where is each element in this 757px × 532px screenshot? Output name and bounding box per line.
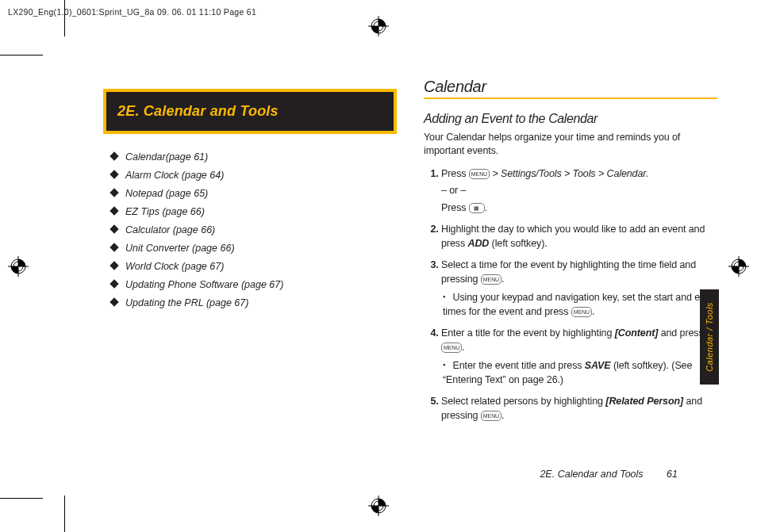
right-column: Calendar Adding an Event to the Calendar… (424, 78, 717, 484)
step-text: (left softkey). (489, 238, 547, 249)
step-text: . (592, 306, 594, 317)
step-text: . (501, 410, 504, 421)
crop-mark (64, 496, 65, 532)
intro-paragraph: Your Calendar helps organize your time a… (424, 131, 717, 158)
toc-item: Alarm Clock (page 64) (111, 170, 397, 181)
footer-section-title: 2E. Calendar and Tools (540, 469, 643, 480)
diamond-bullet-icon (110, 151, 118, 160)
sub-bullets: Using your keypad and navigation key, se… (441, 291, 717, 319)
crop-mark (64, 0, 65, 36)
page-subtitle: Adding an Event to the Calendar (424, 112, 717, 126)
toc-item: World Clock (page 67) (111, 261, 397, 272)
toc-item: Updating the PRL (page 67) (111, 297, 397, 308)
section-title: 2E. Calendar and Tools (117, 103, 382, 120)
toc-item-label: Calculator (page 66) (125, 224, 215, 235)
step-text: . (462, 342, 464, 353)
left-column: 2E. Calendar and Tools Calendar(page 61)… (103, 78, 397, 484)
step-text: Enter the event title and press (452, 360, 584, 371)
softkey-label: SAVE (585, 360, 611, 371)
menu-key-icon: MENU (441, 343, 462, 353)
step-text: Select related persons by highlighting (441, 396, 605, 407)
toc-item: Calculator (page 66) (111, 224, 397, 235)
diamond-bullet-icon (110, 261, 118, 270)
field-label: [Content] (615, 327, 659, 339)
toc-item-label: World Clock (page 67) (125, 261, 224, 272)
step-text: . (485, 202, 487, 213)
toc-item: Notepad (page 65) (111, 188, 397, 199)
diamond-bullet-icon (110, 243, 118, 251)
menu-key-icon: MENU (481, 411, 501, 421)
toc-item-label: Alarm Clock (page 64) (125, 170, 224, 181)
menu-path: > Settings/Tools > Tools > Calendar. (490, 168, 648, 179)
toc-item: Calendar(page 61) (111, 151, 397, 163)
diamond-bullet-icon (110, 206, 118, 215)
page-title: Calendar (424, 78, 717, 99)
print-header-line: LX290_Eng(1.0)_0601:Sprint_UG_8a 09. 06.… (8, 7, 256, 17)
crop-mark (0, 498, 43, 499)
step-text: Enter a title for the event by highlight… (441, 327, 615, 339)
toc-item-label: EZ Tips (page 66) (125, 206, 205, 217)
menu-key-icon: MENU (469, 169, 490, 179)
step-text: Press (441, 168, 469, 179)
step-alt-line: Press ▦. (441, 201, 717, 216)
toc-item-label: Notepad (page 65) (125, 188, 208, 199)
toc-item-label: Calendar(page 61) (125, 151, 208, 163)
menu-key-icon: MENU (481, 274, 501, 285)
toc-item: EZ Tips (page 66) (111, 206, 397, 217)
step-item: Select related persons by highlighting [… (441, 395, 717, 423)
softkey-label: ADD (467, 238, 489, 249)
menu-key-icon: MENU (571, 307, 592, 317)
sub-bullets: Enter the event title and press SAVE (le… (441, 359, 717, 387)
toc-item: Updating Phone Software (page 67) (111, 279, 397, 290)
toc-item: Unit Converter (page 66) (111, 243, 397, 254)
steps-list: Press MENU > Settings/Tools > Tools > Ca… (424, 167, 717, 423)
step-item: Highlight the day to which you would lik… (441, 223, 717, 251)
page-number: 61 (667, 469, 678, 480)
sub-bullet-item: Enter the event title and press SAVE (le… (443, 359, 717, 387)
sub-bullet-item: Using your keypad and navigation key, se… (443, 291, 717, 319)
step-item: Enter a title for the event by highlight… (441, 327, 717, 387)
or-separator: – or – (441, 184, 717, 198)
toc-item-label: Unit Converter (page 66) (125, 243, 235, 254)
step-text: Select a time for the event by highlight… (441, 259, 696, 285)
section-title-box: 2E. Calendar and Tools (103, 89, 397, 134)
toc-item-label: Updating Phone Software (page 67) (125, 279, 283, 290)
diamond-bullet-icon (110, 297, 118, 306)
diamond-bullet-icon (110, 170, 118, 178)
step-text: and pressing (658, 327, 717, 339)
step-item: Select a time for the event by highlight… (441, 258, 717, 319)
registration-mark-icon (728, 256, 749, 277)
diamond-bullet-icon (110, 188, 118, 197)
diamond-bullet-icon (110, 224, 118, 233)
field-label: [Related Person] (605, 396, 683, 407)
crop-mark (0, 55, 43, 55)
page-footer: 2E. Calendar and Tools 61 (540, 469, 678, 480)
step-text: Press (441, 202, 469, 213)
table-of-contents: Calendar(page 61) Alarm Clock (page 64) … (103, 151, 397, 308)
step-item: Press MENU > Settings/Tools > Tools > Ca… (441, 167, 717, 216)
diamond-bullet-icon (110, 279, 118, 288)
registration-mark-icon (368, 496, 389, 516)
calendar-key-icon: ▦ (469, 203, 485, 213)
registration-mark-icon (368, 16, 389, 36)
toc-item-label: Updating the PRL (page 67) (125, 297, 248, 308)
step-text: . (501, 274, 504, 285)
registration-mark-icon (8, 256, 29, 277)
